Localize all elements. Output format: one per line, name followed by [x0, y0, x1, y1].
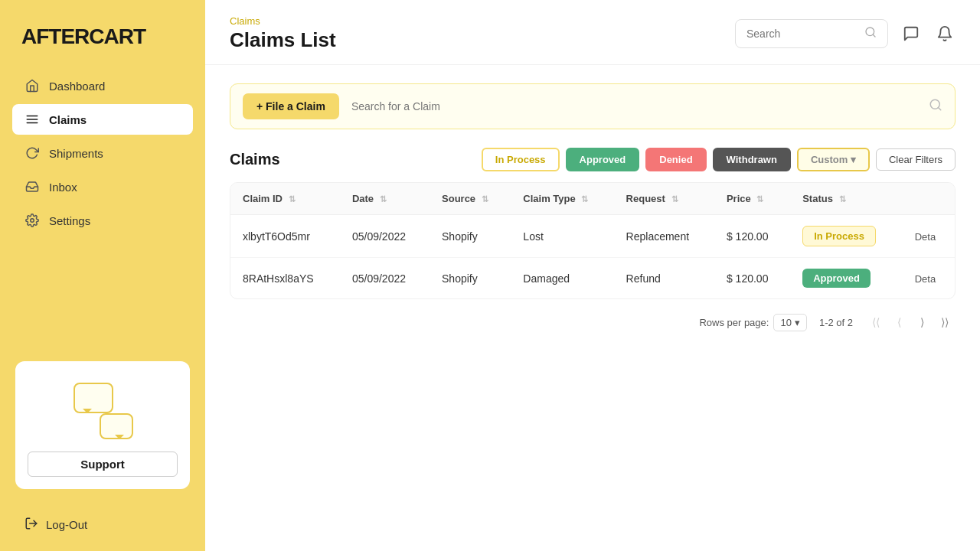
- rows-per-page-label: Rows per page: 10 ▾: [699, 314, 807, 331]
- settings-icon: [24, 213, 40, 228]
- claims-header: Claims In Process Approved Denied Withdr…: [230, 148, 956, 171]
- sort-icon-price[interactable]: ⇅: [756, 194, 763, 204]
- cell-status: Approved: [790, 258, 903, 299]
- filter-approved-button[interactable]: Approved: [566, 148, 640, 171]
- sidebar-item-settings[interactable]: Settings: [12, 205, 193, 236]
- cell-date: 05/09/2022: [340, 215, 430, 258]
- notification-icon[interactable]: [934, 23, 956, 44]
- sort-icon-request[interactable]: ⇅: [671, 194, 678, 204]
- table-row: xlbytT6Od5mr 05/09/2022 Shopify Lost Rep…: [230, 215, 955, 258]
- cell-claim-id: 8RAtHsxl8aYS: [230, 258, 340, 299]
- sidebar-item-dashboard-label: Dashboard: [49, 80, 105, 93]
- detail-link[interactable]: Deta: [915, 231, 936, 243]
- sidebar-item-claims-label: Claims: [49, 113, 87, 126]
- detail-link[interactable]: Deta: [915, 273, 936, 285]
- sort-icon-date[interactable]: ⇅: [380, 194, 387, 204]
- cell-request: Refund: [614, 258, 714, 299]
- cell-request: Replacement: [614, 215, 714, 258]
- col-claim-type: Claim Type ⇅: [511, 183, 613, 215]
- support-card: Support: [15, 361, 190, 489]
- support-icon-area: [72, 380, 133, 441]
- filter-denied-button[interactable]: Denied: [645, 148, 706, 171]
- cell-claim-id: xlbytT6Od5mr: [230, 215, 340, 258]
- sort-icon-source[interactable]: ⇅: [482, 194, 488, 204]
- cell-detail[interactable]: Deta: [903, 215, 955, 258]
- file-claim-button[interactable]: + File a Claim: [243, 93, 339, 119]
- content-area: + File a Claim Claims In Process Approve…: [205, 65, 980, 551]
- cell-price: $ 120.00: [714, 258, 790, 299]
- page-info: 1-2 of 2: [819, 317, 853, 328]
- filter-in-process-button[interactable]: In Process: [482, 148, 560, 171]
- cell-claim-type: Damaged: [511, 258, 613, 299]
- menu-icon: [24, 112, 40, 127]
- claims-table: Claim ID ⇅ Date ⇅ Source ⇅: [230, 183, 955, 298]
- logout-label: Log-Out: [46, 518, 87, 531]
- cell-claim-type: Lost: [511, 215, 613, 258]
- claim-search-icon[interactable]: [929, 98, 942, 115]
- sidebar-item-dashboard[interactable]: Dashboard: [12, 70, 193, 101]
- sidebar-item-shipments[interactable]: Shipments: [12, 138, 193, 168]
- col-claim-id: Claim ID ⇅: [230, 183, 340, 215]
- table-row: 8RAtHsxl8aYS 05/09/2022 Shopify Damaged …: [230, 258, 955, 299]
- col-date: Date ⇅: [340, 183, 430, 215]
- sidebar-item-settings-label: Settings: [49, 214, 90, 227]
- cell-source: Shopify: [430, 258, 511, 299]
- status-badge: In Process: [802, 226, 876, 246]
- claims-section-title: Claims: [230, 151, 280, 168]
- table-header-row: Claim ID ⇅ Date ⇅ Source ⇅: [230, 183, 955, 215]
- page-title: Claims List: [230, 28, 336, 52]
- pagination-bar: Rows per page: 10 ▾ 1-2 of 2 ⟨⟨ ⟨ ⟩ ⟩⟩: [230, 299, 956, 336]
- cell-detail[interactable]: Deta: [903, 258, 955, 299]
- cell-price: $ 120.00: [714, 215, 790, 258]
- cell-status: In Process: [790, 215, 903, 258]
- app-logo: AFTERCART: [0, 0, 205, 70]
- rows-per-page-select[interactable]: 10 ▾: [773, 314, 806, 331]
- claims-section: Claims In Process Approved Denied Withdr…: [230, 148, 956, 336]
- search-icon: [864, 26, 877, 41]
- chevron-down-icon: ▾: [795, 317, 800, 328]
- sidebar-item-claims[interactable]: Claims: [12, 104, 193, 135]
- search-box[interactable]: [735, 19, 888, 48]
- filter-withdrawn-button[interactable]: Withdrawn: [713, 148, 791, 171]
- sidebar: AFTERCART Dashboard Claims: [0, 0, 205, 551]
- cell-source: Shopify: [430, 215, 511, 258]
- col-actions: [903, 183, 955, 215]
- first-page-button[interactable]: ⟨⟨: [865, 311, 887, 333]
- message-icon[interactable]: [900, 23, 922, 44]
- svg-point-3: [31, 219, 34, 223]
- chat-bubble-icon-1: [74, 383, 113, 413]
- col-request: Request ⇅: [614, 183, 714, 215]
- sidebar-item-inbox[interactable]: Inbox: [12, 171, 193, 202]
- svg-line-6: [873, 34, 875, 37]
- page-header: Claims Claims List: [205, 0, 980, 65]
- filter-buttons: In Process Approved Denied Withdrawn Cus…: [482, 148, 956, 171]
- sidebar-item-inbox-label: Inbox: [49, 181, 77, 194]
- prev-page-button[interactable]: ⟨: [888, 311, 910, 333]
- breadcrumb: Claims: [230, 15, 336, 27]
- header-left: Claims Claims List: [230, 15, 336, 52]
- filter-clear-button[interactable]: Clear Filters: [876, 148, 956, 171]
- next-page-button[interactable]: ⟩: [911, 311, 933, 333]
- status-badge: Approved: [802, 269, 871, 288]
- header-right: [735, 19, 956, 48]
- page-nav: ⟨⟨ ⟨ ⟩ ⟩⟩: [865, 311, 956, 333]
- main-content: Claims Claims List: [205, 0, 980, 551]
- last-page-button[interactable]: ⟩⟩: [934, 311, 956, 333]
- svg-line-8: [938, 107, 940, 109]
- sort-icon-status[interactable]: ⇅: [839, 194, 846, 204]
- refresh-icon: [24, 145, 40, 161]
- col-source: Source ⇅: [430, 183, 511, 215]
- search-input[interactable]: [746, 28, 858, 40]
- support-button[interactable]: Support: [28, 452, 178, 477]
- sort-icon-claim-id[interactable]: ⇅: [289, 194, 296, 204]
- chat-bubble-icon-2: [100, 413, 133, 439]
- claims-table-wrap: Claim ID ⇅ Date ⇅ Source ⇅: [230, 182, 956, 299]
- logout-icon: [24, 517, 38, 533]
- cell-date: 05/09/2022: [340, 258, 430, 299]
- sort-icon-claim-type[interactable]: ⇅: [581, 194, 588, 204]
- sidebar-nav: Dashboard Claims Shipments: [0, 70, 205, 361]
- filter-custom-button[interactable]: Custom ▾: [797, 148, 870, 171]
- col-status: Status ⇅: [790, 183, 903, 215]
- claim-search-input[interactable]: [351, 100, 916, 112]
- logout-button[interactable]: Log-Out: [0, 504, 205, 551]
